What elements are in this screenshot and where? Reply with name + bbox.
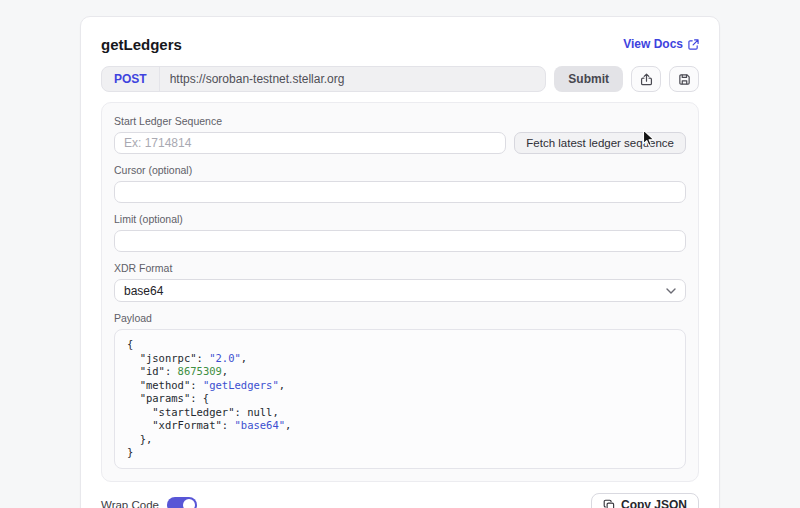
limit-label: Limit (optional) (114, 213, 686, 225)
xdr-format-field: XDR Format base64 (114, 262, 686, 302)
copy-icon (603, 499, 615, 508)
share-icon (640, 73, 653, 86)
submit-button[interactable]: Submit (554, 66, 623, 92)
cursor-field: Cursor (optional) (114, 164, 686, 203)
url-group: POST (101, 66, 546, 92)
endpoint-url-input[interactable] (160, 67, 546, 91)
copy-json-button[interactable]: Copy JSON (591, 493, 699, 508)
xdr-format-selected-value: base64 (124, 284, 163, 298)
xdr-format-label: XDR Format (114, 262, 686, 274)
wrap-code-toggle[interactable] (167, 497, 197, 508)
save-icon (678, 73, 691, 86)
view-docs-label: View Docs (623, 37, 683, 51)
limit-field: Limit (optional) (114, 213, 686, 252)
view-docs-link[interactable]: View Docs (623, 37, 699, 51)
save-button[interactable] (669, 66, 699, 92)
xdr-format-select[interactable]: base64 (114, 279, 686, 302)
start-ledger-field: Start Ledger Sequence Fetch latest ledge… (114, 115, 686, 154)
start-ledger-label: Start Ledger Sequence (114, 115, 686, 127)
wrap-code-group: Wrap Code (101, 497, 197, 508)
payload-field: Payload { "jsonrpc": "2.0", "id": 867530… (114, 312, 686, 469)
toggle-knob (183, 499, 195, 508)
getledgers-card: getLedgers View Docs POST Submit Start L… (80, 16, 720, 508)
card-header: getLedgers View Docs (101, 33, 699, 55)
external-link-icon (688, 39, 699, 50)
request-form-panel: Start Ledger Sequence Fetch latest ledge… (101, 102, 699, 482)
request-bar: POST Submit (101, 66, 699, 92)
cursor-input[interactable] (114, 181, 686, 203)
start-ledger-input[interactable] (114, 132, 506, 154)
copy-json-label: Copy JSON (621, 498, 687, 508)
card-footer: Wrap Code Copy JSON (101, 493, 699, 508)
share-button[interactable] (631, 66, 661, 92)
cursor-label: Cursor (optional) (114, 164, 686, 176)
payload-code-block: { "jsonrpc": "2.0", "id": 8675309, "meth… (114, 329, 686, 469)
limit-input[interactable] (114, 230, 686, 252)
http-method-badge: POST (102, 67, 160, 91)
chevron-down-icon (666, 288, 676, 294)
wrap-code-label: Wrap Code (101, 499, 159, 508)
payload-label: Payload (114, 312, 686, 324)
page-title: getLedgers (101, 36, 182, 53)
fetch-latest-ledger-button[interactable]: Fetch latest ledger sequence (514, 132, 686, 154)
